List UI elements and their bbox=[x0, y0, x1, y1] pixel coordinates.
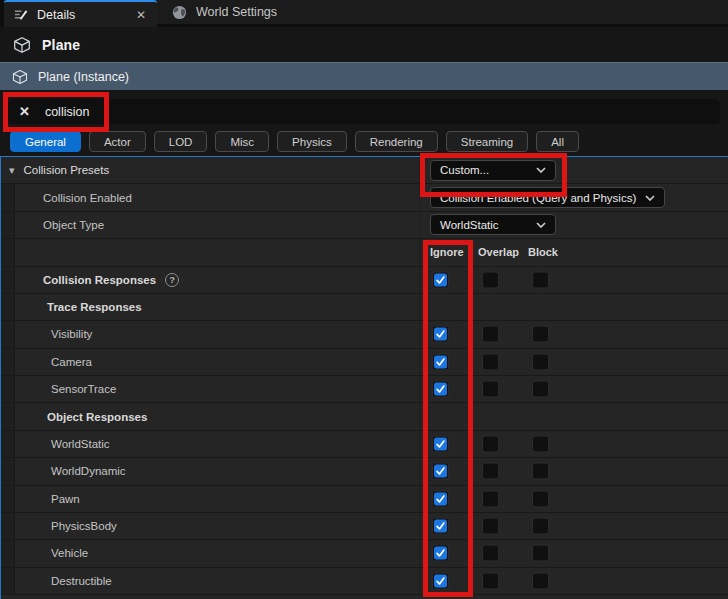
checkbox-ignore[interactable] bbox=[432, 545, 449, 562]
checkbox-overlap[interactable] bbox=[482, 545, 499, 562]
row-gutter bbox=[1, 321, 15, 347]
checkbox-ignore[interactable] bbox=[432, 463, 449, 480]
row-sensortrace: SensorTrace bbox=[1, 376, 728, 403]
chevron-down-icon bbox=[536, 222, 546, 228]
check-icon bbox=[435, 438, 446, 449]
chevron-down-icon bbox=[536, 167, 546, 173]
checkbox-block[interactable] bbox=[532, 490, 549, 507]
checkbox-block[interactable] bbox=[532, 353, 549, 370]
close-icon[interactable]: ✕ bbox=[136, 9, 146, 21]
column-header-ignore: Ignore bbox=[430, 239, 464, 265]
checkbox-ignore[interactable] bbox=[432, 271, 449, 288]
check-icon bbox=[435, 466, 446, 477]
expander-arrow-icon[interactable]: ▾ bbox=[9, 164, 15, 177]
details-panel: Details ✕ World Settings bbox=[0, 0, 728, 599]
checkbox-block[interactable] bbox=[532, 381, 549, 398]
check-icon bbox=[435, 548, 446, 559]
property-label: WorldStatic bbox=[51, 438, 110, 450]
column-header-overlap: Overlap bbox=[478, 239, 519, 265]
tab-world-settings[interactable]: World Settings bbox=[157, 0, 277, 24]
row-gutter bbox=[1, 267, 15, 293]
property-label: Trace Responses bbox=[47, 301, 142, 313]
page-title: Plane bbox=[42, 37, 80, 53]
property-label: WorldDynamic bbox=[51, 465, 126, 477]
column-header-block: Block bbox=[528, 239, 558, 265]
filter-button-actor[interactable]: Actor bbox=[89, 131, 146, 152]
row-gutter bbox=[1, 486, 15, 512]
property-label: PhysicsBody bbox=[51, 520, 117, 532]
checkbox-overlap[interactable] bbox=[482, 271, 499, 288]
checkbox-block[interactable] bbox=[532, 463, 549, 480]
checkbox-overlap[interactable] bbox=[482, 572, 499, 589]
chevron-down-icon bbox=[645, 195, 655, 201]
collision-enabled-dropdown[interactable]: Collision Enabled (Query and Physics) bbox=[430, 187, 665, 208]
tab-details[interactable]: Details ✕ bbox=[4, 0, 157, 27]
filter-button-streaming[interactable]: Streaming bbox=[446, 131, 528, 152]
row-collision-enabled: Collision Enabled Collision Enabled (Que… bbox=[1, 184, 728, 211]
checkbox-ignore[interactable] bbox=[432, 353, 449, 370]
checkbox-overlap[interactable] bbox=[482, 381, 499, 398]
row-camera: Camera bbox=[1, 349, 728, 376]
checkbox-overlap[interactable] bbox=[482, 435, 499, 452]
object-type-value: WorldStatic bbox=[440, 219, 499, 231]
checkbox-ignore[interactable] bbox=[432, 435, 449, 452]
property-label: Vehicle bbox=[51, 547, 88, 559]
static-mesh-icon bbox=[13, 36, 31, 54]
checkbox-overlap[interactable] bbox=[482, 463, 499, 480]
filter-button-physics[interactable]: Physics bbox=[277, 131, 347, 152]
checkbox-ignore[interactable] bbox=[432, 326, 449, 343]
check-icon bbox=[435, 521, 446, 532]
checkbox-block[interactable] bbox=[532, 518, 549, 535]
checkbox-block[interactable] bbox=[532, 545, 549, 562]
row-worldstatic: WorldStatic bbox=[1, 431, 728, 458]
collision-presets-dropdown[interactable]: Custom... bbox=[430, 160, 556, 181]
object-type-dropdown[interactable]: WorldStatic bbox=[430, 214, 556, 235]
object-type-label: Object Type bbox=[43, 219, 104, 231]
instance-row[interactable]: Plane (Instance) bbox=[0, 62, 728, 90]
check-icon bbox=[435, 384, 446, 395]
checkbox-block[interactable] bbox=[532, 326, 549, 343]
row-object-type: Object Type WorldStatic bbox=[1, 212, 728, 239]
tab-world-settings-label: World Settings bbox=[196, 5, 277, 19]
row-collision-responses: Collision Responses? bbox=[1, 267, 728, 294]
filter-button-all[interactable]: All bbox=[536, 131, 579, 152]
clear-search-icon[interactable]: ✕ bbox=[19, 105, 30, 118]
row-trace-responses: Trace Responses bbox=[1, 294, 728, 321]
row-gutter bbox=[1, 458, 15, 484]
checkbox-overlap[interactable] bbox=[482, 326, 499, 343]
checkbox-block[interactable] bbox=[532, 271, 549, 288]
filter-button-rendering[interactable]: Rendering bbox=[355, 131, 438, 152]
checkbox-overlap[interactable] bbox=[482, 353, 499, 370]
row-destructible: Destructible bbox=[1, 568, 728, 595]
search-input[interactable]: ✕ collision bbox=[8, 99, 720, 124]
row-gutter bbox=[1, 184, 15, 210]
row-pawn: Pawn bbox=[1, 486, 728, 513]
filter-button-lod[interactable]: LOD bbox=[154, 131, 208, 152]
property-label: SensorTrace bbox=[51, 383, 116, 395]
collision-enabled-value: Collision Enabled (Query and Physics) bbox=[440, 192, 636, 204]
row-physicsbody: PhysicsBody bbox=[1, 513, 728, 540]
collision-enabled-label: Collision Enabled bbox=[43, 192, 132, 204]
checkbox-block[interactable] bbox=[532, 572, 549, 589]
checkbox-ignore[interactable] bbox=[432, 518, 449, 535]
row-gutter bbox=[1, 540, 15, 566]
row-vehicle: Vehicle bbox=[1, 540, 728, 567]
property-label: Collision Responses bbox=[43, 274, 156, 286]
row-gutter bbox=[1, 239, 15, 265]
checkbox-overlap[interactable] bbox=[482, 518, 499, 535]
selection-header: Plane bbox=[0, 27, 728, 62]
row-gutter bbox=[1, 294, 15, 320]
check-icon bbox=[435, 493, 446, 504]
collision-presets-value: Custom... bbox=[440, 164, 489, 176]
checkbox-overlap[interactable] bbox=[482, 490, 499, 507]
checkbox-ignore[interactable] bbox=[432, 381, 449, 398]
checkbox-ignore[interactable] bbox=[432, 572, 449, 589]
filter-button-misc[interactable]: Misc bbox=[215, 131, 269, 152]
checkbox-ignore[interactable] bbox=[432, 490, 449, 507]
checkbox-block[interactable] bbox=[532, 435, 549, 452]
row-gutter bbox=[1, 568, 15, 594]
collision-presets-label: Collision Presets bbox=[24, 164, 110, 176]
help-icon[interactable]: ? bbox=[165, 273, 179, 287]
filter-button-general[interactable]: General bbox=[10, 131, 81, 152]
row-collision-presets: ▾ Collision Presets Custom... bbox=[1, 157, 728, 184]
